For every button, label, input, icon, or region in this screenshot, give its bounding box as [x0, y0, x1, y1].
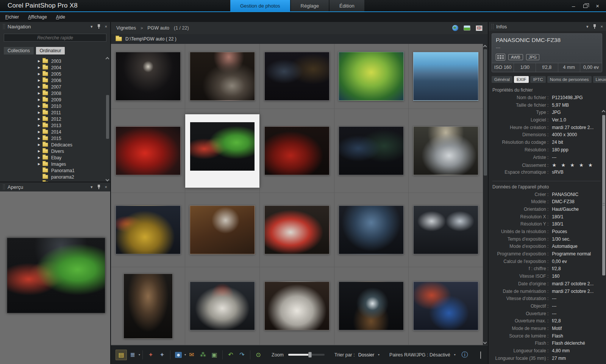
- expand-arrow-icon[interactable]: ▶: [38, 98, 42, 101]
- tree-item-2012[interactable]: ▶2012: [0, 116, 110, 122]
- tree-item-2004[interactable]: ▶2004: [0, 64, 110, 71]
- zoom-slider-knob[interactable]: [308, 352, 312, 358]
- photo-gauge-stand-dark[interactable]: [339, 282, 404, 330]
- infos-scrollbar[interactable]: [602, 112, 606, 362]
- photo-expo-booth-dark[interactable]: [116, 52, 181, 101]
- chevron-down-icon[interactable]: ▾: [378, 353, 380, 356]
- expand-arrow-icon[interactable]: ▶: [38, 143, 42, 146]
- menu-item-affichage[interactable]: Affichage: [28, 14, 47, 20]
- tree-item-2014[interactable]: ▶2014: [0, 129, 110, 135]
- thumbnails-view-button[interactable]: ▤: [116, 350, 127, 360]
- infos-tab-exif[interactable]: EXIF: [514, 76, 529, 83]
- photo-castrol-toyota-rally[interactable]: [190, 282, 255, 330]
- panel-grip-handle[interactable]: [3, 24, 5, 29]
- thumbnail-cell-stage-dual-screens[interactable]: [409, 193, 483, 267]
- infos-tab-noms-de-personnes[interactable]: Noms de personnes: [547, 76, 592, 83]
- undo-button[interactable]: ↶: [225, 350, 236, 360]
- thumbnail-cell-racing-game-screen[interactable]: [409, 44, 483, 109]
- expand-arrow-icon[interactable]: ▶: [38, 92, 42, 95]
- pin-icon[interactable]: [97, 185, 100, 189]
- photo-mxgp2-stand[interactable]: [190, 205, 255, 254]
- mode-tab-r-glage[interactable]: Réglage: [291, 0, 329, 11]
- scroll-up-icon[interactable]: [483, 45, 487, 49]
- panel-menu-icon[interactable]: ▾: [586, 25, 589, 29]
- expand-arrow-icon[interactable]: ▶: [38, 66, 42, 69]
- scroll-down-icon[interactable]: [483, 341, 487, 344]
- tree-scrollbar[interactable]: [106, 58, 109, 180]
- tree-item-divers[interactable]: ▶Divers: [0, 148, 110, 154]
- tree-item-2008[interactable]: ▶2008: [0, 90, 110, 96]
- zoom-slider[interactable]: [288, 354, 325, 356]
- expand-arrow-icon[interactable]: ▶: [38, 162, 42, 166]
- close-icon[interactable]: ×: [105, 185, 107, 189]
- scrollbar-thumb[interactable]: [602, 115, 605, 275]
- tree-item-pgw15[interactable]: ▶PGW15: [0, 180, 110, 182]
- infos-tab-g-n-ral[interactable]: Général: [492, 76, 512, 83]
- people-tag-button[interactable]: ☻: [173, 350, 184, 360]
- thumbnail-cell-lancia-delta-martini[interactable]: [260, 267, 334, 345]
- photo-racing-seat-rig[interactable]: [123, 274, 173, 339]
- raw-jpg-pairs-label[interactable]: Paires RAW/JPG : Désactivé: [389, 352, 450, 358]
- expand-arrow-icon[interactable]: ▶: [38, 59, 42, 63]
- minimize-button[interactable]: –: [572, 3, 575, 9]
- photo-rally-car-simulator-red[interactable]: [264, 205, 330, 254]
- thumbnail-cell-banjo-kazooie-green-van[interactable]: [185, 109, 260, 193]
- slideshow-button[interactable]: ▣: [209, 350, 220, 360]
- tree-item-panorama2[interactable]: panorama2: [0, 174, 110, 180]
- grid-scrollbar[interactable]: [483, 44, 488, 345]
- preview-mode-icon[interactable]: [464, 25, 470, 31]
- photo-stage-dual-screens[interactable]: [413, 205, 478, 254]
- thumbnail-cell-racing-seat-rig[interactable]: [111, 267, 185, 345]
- tree-item-2010[interactable]: ▶2010: [0, 103, 110, 109]
- photo-red-car-showroom[interactable]: [264, 126, 330, 175]
- photo-loeb-rally-car-display[interactable]: [413, 126, 478, 175]
- tree-item-2005[interactable]: ▶2005: [0, 71, 110, 77]
- collapse-toolbar-icon[interactable]: [480, 352, 481, 358]
- thumbnail-cell-nemcoshow-rally-stand[interactable]: [185, 44, 260, 109]
- scrollbar-thumb[interactable]: [484, 49, 487, 176]
- close-icon[interactable]: ×: [601, 25, 603, 29]
- tree-item-ebay[interactable]: ▶Ebay: [0, 154, 110, 161]
- tree-item-2006[interactable]: ▶2006: [0, 77, 110, 84]
- search-input[interactable]: [4, 34, 106, 42]
- chevron-down-icon[interactable]: ▾: [454, 353, 456, 356]
- export-email-button[interactable]: ✉: [186, 350, 197, 360]
- expand-arrow-icon[interactable]: ▶: [38, 124, 42, 127]
- thumbnail-cell-gold-rally-car-hostess[interactable]: [111, 193, 185, 267]
- menu-item-fichier[interactable]: Fichier: [5, 14, 19, 20]
- thumbnail-cell-rally-car-simulator-red[interactable]: [260, 193, 334, 267]
- share-button[interactable]: ⁂: [197, 350, 209, 360]
- keyword-tag-red-button[interactable]: ✦: [145, 350, 156, 360]
- thumbnail-cell-mxgp2-stand[interactable]: [185, 193, 260, 267]
- menu-item-aide[interactable]: Aide: [56, 14, 65, 20]
- keyword-tag-blue-button[interactable]: ✦: [156, 350, 168, 360]
- calendar-button[interactable]: ⊙: [253, 350, 264, 360]
- photo-nemcoshow-rally-stand[interactable]: [190, 52, 255, 101]
- breadcrumb-folder[interactable]: PGW auto: [147, 25, 169, 31]
- expand-arrow-icon[interactable]: ▶: [38, 130, 42, 134]
- expand-arrow-icon[interactable]: ▶: [38, 149, 42, 153]
- expand-arrow-icon[interactable]: ▶: [38, 72, 42, 76]
- photo-expo-aisle-dark[interactable]: [339, 126, 404, 175]
- thumbnail-cell-expo-booth-dark[interactable]: [111, 44, 185, 109]
- thumbnail-cell-arcade-screens-dark[interactable]: [260, 44, 334, 109]
- sort-by-value[interactable]: Dossier: [358, 352, 374, 358]
- redo-button[interactable]: ↷: [236, 350, 248, 360]
- chevron-down-icon[interactable]: ▾: [139, 353, 140, 356]
- info-icon[interactable]: ⓘ: [462, 350, 468, 359]
- tree-item-2003[interactable]: ▶2003: [0, 58, 110, 64]
- tree-item-2015[interactable]: ▶2015: [0, 135, 110, 142]
- thumbnail-cell-red-car-showroom[interactable]: [260, 109, 334, 193]
- infos-tab-lieux[interactable]: Lieux: [593, 76, 606, 83]
- tree-item-panorama1[interactable]: Panorama1: [0, 167, 110, 174]
- breadcrumb-root[interactable]: Vignettes: [116, 25, 136, 31]
- thumbnail-cell-press-conference-screens[interactable]: [334, 193, 409, 267]
- expand-arrow-icon[interactable]: ▶: [38, 156, 42, 159]
- nav-tab-ordinateur[interactable]: Ordinateur: [36, 47, 65, 54]
- expand-arrow-icon[interactable]: ▶: [38, 85, 42, 89]
- thumbnail-cell-loeb-rally-car-display[interactable]: [409, 109, 483, 193]
- expand-arrow-icon[interactable]: ▶: [38, 111, 42, 114]
- mode-tab-dition[interactable]: Édition: [330, 0, 364, 11]
- photo-press-conference-screens[interactable]: [339, 205, 404, 254]
- expand-arrow-icon[interactable]: ▶: [38, 79, 42, 82]
